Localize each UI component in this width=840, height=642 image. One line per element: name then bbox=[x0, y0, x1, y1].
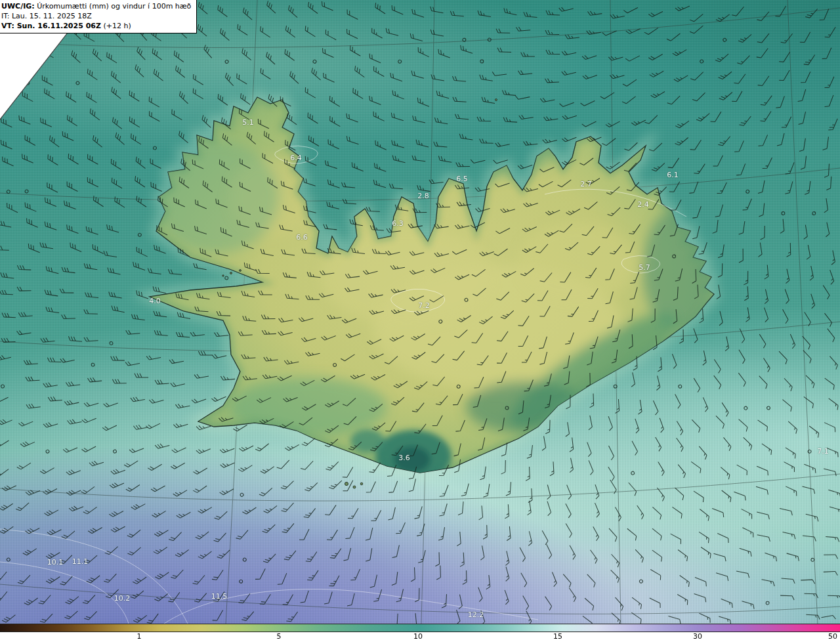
precipitation-field bbox=[0, 0, 840, 624]
init-time: IT: Lau. 15. 11. 2025 18Z bbox=[1, 11, 191, 21]
colorbar-tick-label: 5 bbox=[277, 632, 282, 641]
colorbar-wrap: 1510153050 bbox=[0, 624, 840, 642]
map-title-box: UWC/IG: Úrkomumætti (mm) og vindur í 100… bbox=[0, 0, 197, 33]
colorbar-labels: 1510153050 bbox=[0, 632, 840, 642]
map-title: UWC/IG: Úrkomumætti (mm) og vindur í 100… bbox=[1, 1, 191, 11]
weather-map-screen: 5.16.46.52.82.76.12.46.36.65.74.07.23.67… bbox=[0, 0, 840, 642]
colorbar-tick-label: 50 bbox=[828, 632, 837, 641]
colorbar bbox=[0, 624, 840, 632]
colorbar-tick-label: 1 bbox=[137, 632, 142, 641]
colorbar-tick-label: 15 bbox=[553, 632, 562, 641]
model-id: UWC/IG: bbox=[1, 2, 35, 11]
colorbar-tick-label: 10 bbox=[413, 632, 423, 641]
valid-time: VT: Sun. 16.11.2025 06Z (+12 h) bbox=[1, 21, 191, 31]
colorbar-tick-label: 30 bbox=[693, 632, 702, 641]
